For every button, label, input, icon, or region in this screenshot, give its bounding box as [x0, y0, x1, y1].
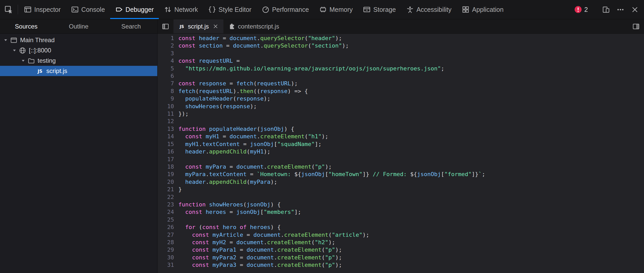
- line-number[interactable]: 5: [158, 65, 174, 72]
- devtools-tab-inspector[interactable]: Inspector: [19, 0, 66, 19]
- line-number[interactable]: 6: [158, 72, 174, 80]
- code-line-text[interactable]: function showHeroes(jsonObj) {: [174, 201, 281, 208]
- panel-tab-sources[interactable]: Sources: [0, 23, 53, 30]
- line-number[interactable]: 24: [158, 208, 174, 216]
- code-line-text[interactable]: const myPara1 = document.createElement("…: [174, 246, 342, 253]
- code-line-text[interactable]: const myArticle = document.createElement…: [174, 231, 369, 239]
- line-number[interactable]: 1: [158, 34, 174, 42]
- code-token: "section": [311, 42, 342, 49]
- line-number[interactable]: 30: [158, 254, 174, 261]
- source-tab-contentscript-js[interactable]: contentscript.js: [223, 19, 284, 33]
- code-line-text[interactable]: [174, 72, 178, 80]
- code-line-text[interactable]: [174, 193, 178, 201]
- code-line-text[interactable]: const heroes = jsonObj["members"];: [174, 208, 301, 216]
- code-line-text[interactable]: function populateHeader(jsonObj) {: [174, 125, 294, 133]
- code-token: [178, 254, 192, 261]
- code-line-text[interactable]: const myH2 = document.createElement("h2"…: [174, 239, 335, 246]
- devtools-tab-performance[interactable]: Performance: [257, 0, 314, 19]
- line-number[interactable]: 13: [158, 125, 174, 133]
- line-number[interactable]: 20: [158, 178, 174, 186]
- line-number[interactable]: 16: [158, 148, 174, 155]
- tree-item-main-thread[interactable]: Main Thread: [0, 35, 157, 45]
- panel-tab-outline[interactable]: Outline: [53, 23, 105, 30]
- code-line-text[interactable]: for (const hero of heroes) {: [174, 223, 281, 231]
- line-number[interactable]: 28: [158, 239, 174, 246]
- code-line-text[interactable]: header.appendChild(myH1);: [174, 148, 271, 155]
- collapse-sources-pane-button[interactable]: [158, 19, 173, 33]
- line-number[interactable]: 22: [158, 193, 174, 201]
- code-token: );: [250, 103, 257, 110]
- line-number[interactable]: 26: [158, 223, 174, 231]
- code-line-text[interactable]: showHeroes(response);: [174, 103, 257, 110]
- line-number[interactable]: 10: [158, 103, 174, 110]
- line-number[interactable]: 4: [158, 57, 174, 65]
- code-line-text[interactable]: populateHeader(response);: [174, 95, 271, 102]
- code-line-text[interactable]: [174, 117, 178, 125]
- code-token: [195, 35, 199, 41]
- code-line-text[interactable]: const section = document.querySelector("…: [174, 42, 349, 49]
- code-line-text[interactable]: [174, 156, 178, 163]
- chevron-expanded-icon[interactable]: [21, 58, 26, 63]
- responsive-design-button[interactable]: [599, 0, 613, 19]
- code-token: [178, 133, 185, 140]
- line-number[interactable]: 21: [158, 186, 174, 193]
- error-count-badge[interactable]: 2: [571, 6, 591, 13]
- code-line-text[interactable]: }: [174, 186, 182, 193]
- devtools-tab-style-editor[interactable]: Style Editor: [203, 0, 257, 19]
- pick-element-button[interactable]: [0, 0, 17, 19]
- line-number[interactable]: 27: [158, 231, 174, 239]
- panel-tab-search[interactable]: Search: [105, 23, 157, 30]
- line-number[interactable]: 29: [158, 246, 174, 253]
- line-number[interactable]: 19: [158, 170, 174, 178]
- tree-item-script-js[interactable]: JSscript.js: [0, 66, 157, 76]
- line-number[interactable]: 2: [158, 42, 174, 49]
- code-line-text[interactable]: const response = fetch(requestURL);: [174, 80, 298, 87]
- toolbar-window-buttons: [599, 0, 644, 19]
- devtools-tab-network[interactable]: Network: [159, 0, 203, 19]
- line-number[interactable]: 17: [158, 156, 174, 163]
- code-line-text[interactable]: const header = document.querySelector("h…: [174, 34, 342, 42]
- line-number[interactable]: 31: [158, 261, 174, 269]
- devtools-tab-memory[interactable]: Memory: [314, 0, 358, 19]
- code-line-text[interactable]: "https://mdn.github.io/learning-area/jav…: [174, 65, 444, 72]
- devtools-tab-debugger[interactable]: Debugger: [110, 0, 159, 19]
- code-line-text[interactable]: const myPara = document.createElement("p…: [174, 163, 332, 170]
- tree-item-testing[interactable]: testing: [0, 56, 157, 66]
- tree-item-8000[interactable]: [::]:8000: [0, 45, 157, 56]
- meatball-menu-button[interactable]: [613, 0, 628, 19]
- code-line-text[interactable]: const myH1 = document.createElement("h1"…: [174, 133, 328, 140]
- line-number[interactable]: 23: [158, 201, 174, 208]
- devtools-tab-storage[interactable]: Storage: [358, 0, 401, 19]
- code-line-text[interactable]: const myPara3 = document.createElement("…: [174, 261, 342, 269]
- line-number[interactable]: 18: [158, 163, 174, 170]
- devtools-tab-accessibility[interactable]: Accessibility: [401, 0, 457, 19]
- code-line-text[interactable]: [174, 50, 178, 57]
- code-line-text[interactable]: const myPara2 = document.createElement("…: [174, 254, 342, 261]
- close-button[interactable]: [628, 0, 642, 19]
- code-line-text[interactable]: });: [174, 110, 189, 117]
- code-line-text[interactable]: myPara.textContent = `Hometown: ${jsonOb…: [174, 170, 485, 178]
- code-line-text[interactable]: fetch(requestURL).then((response) => {: [174, 87, 308, 95]
- source-tab-script-js[interactable]: JSscript.js: [173, 19, 223, 33]
- line-number[interactable]: 3: [158, 50, 174, 57]
- code-token: =: [219, 133, 230, 140]
- code-token: createElement: [284, 232, 328, 238]
- line-number[interactable]: 14: [158, 133, 174, 140]
- code-line-text[interactable]: const requestURL =: [174, 57, 240, 65]
- line-number[interactable]: 8: [158, 87, 174, 95]
- code-line-text[interactable]: myH1.textContent = jsonObj["squadName"];: [174, 140, 321, 148]
- line-number[interactable]: 25: [158, 216, 174, 223]
- line-number[interactable]: 12: [158, 117, 174, 125]
- line-number[interactable]: 7: [158, 80, 174, 87]
- close-tab-icon[interactable]: [213, 24, 218, 29]
- code-line-text[interactable]: header.appendChild(myPara);: [174, 178, 277, 186]
- chevron-expanded-icon[interactable]: [3, 38, 8, 43]
- code-line-text[interactable]: [174, 216, 178, 223]
- line-number[interactable]: 9: [158, 95, 174, 102]
- line-number[interactable]: 15: [158, 140, 174, 148]
- expand-panes-button[interactable]: [628, 19, 644, 33]
- devtools-tab-console[interactable]: Console: [66, 0, 110, 19]
- line-number[interactable]: 11: [158, 110, 174, 117]
- devtools-tab-application[interactable]: Application: [457, 0, 509, 19]
- chevron-expanded-icon[interactable]: [12, 48, 17, 53]
